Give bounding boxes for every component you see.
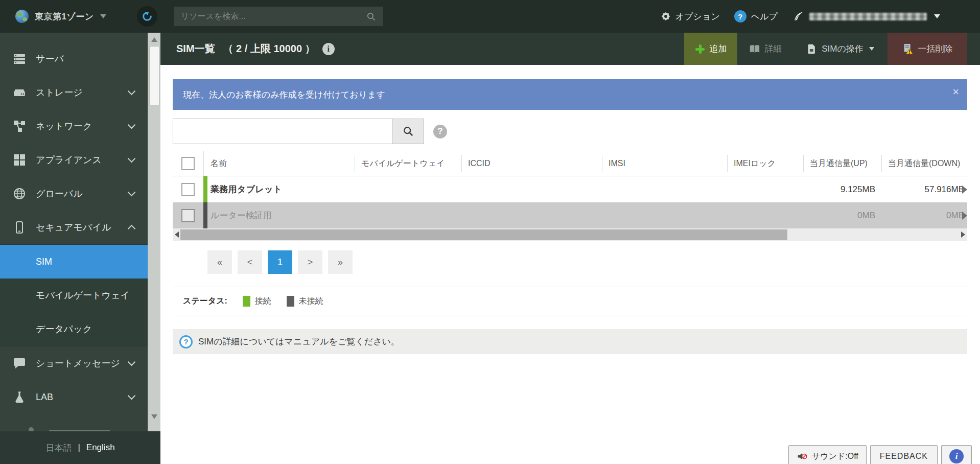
legend-title: ステータス: xyxy=(183,296,227,307)
account-caret-icon[interactable] xyxy=(934,14,940,18)
sidebar-item-server[interactable]: サーバ xyxy=(0,42,148,76)
zone-caret-icon[interactable] xyxy=(100,14,106,18)
gear-icon xyxy=(661,11,671,21)
sidebar-item-label: データパック xyxy=(36,323,92,335)
feedback-button[interactable]: FEEDBACK xyxy=(870,445,938,464)
scrollbar-thumb[interactable] xyxy=(149,46,159,105)
sidebar-item-secure-mobile[interactable]: セキュアモバイル xyxy=(0,211,148,244)
search-help-icon[interactable]: ? xyxy=(433,125,447,138)
scroll-down-arrow-icon[interactable] xyxy=(151,414,157,419)
manual-note-bar: ? SIMの詳細についてはマニュアルをご覧ください。 xyxy=(173,329,967,354)
sidebar-item-data-pack[interactable]: データパック xyxy=(0,312,148,346)
sidebar-scrollbar[interactable] xyxy=(148,33,160,431)
sidebar-item-network[interactable]: ネットワーク xyxy=(0,109,148,143)
bulk-delete-icon xyxy=(902,43,914,55)
sim-name[interactable]: ルーター検証用 xyxy=(207,210,355,221)
scroll-left-arrow-icon[interactable] xyxy=(175,231,179,238)
chevron-down-icon xyxy=(128,121,136,129)
scrollbar-thumb[interactable] xyxy=(180,229,787,240)
help-circle-icon: ? xyxy=(179,335,193,349)
search-icon xyxy=(366,12,376,21)
options-label: オプション xyxy=(675,11,720,22)
column-header-iccid[interactable]: ICCID xyxy=(461,155,602,172)
table-search-button[interactable] xyxy=(392,119,424,144)
page-prev-button[interactable]: < xyxy=(238,250,262,274)
row-edge-arrow-icon xyxy=(962,185,967,194)
add-button[interactable]: 追加 xyxy=(684,33,737,65)
page-number-current[interactable]: 1 xyxy=(268,250,292,274)
notice-text: 現在、法人のお客様のみ作成を受け付けております xyxy=(183,89,385,101)
scroll-right-arrow-icon[interactable] xyxy=(961,231,965,238)
sidebar-item-sim[interactable]: SIM xyxy=(0,245,148,279)
lang-english[interactable]: English xyxy=(86,443,115,453)
sound-toggle-button[interactable]: サウンド:Off xyxy=(788,445,867,464)
sidebar-item-lab[interactable]: LAB xyxy=(0,380,148,414)
options-button[interactable]: オプション xyxy=(661,11,720,22)
resource-count: （ 2 / 上限 10000 ） xyxy=(223,42,315,56)
sidebar-item-label: SIM xyxy=(36,257,52,267)
sim-table: 名前 モバイルゲートウェイ ICCID IMSI IMEIロック 当月通信量(U… xyxy=(173,151,967,241)
detail-button[interactable]: 詳細 xyxy=(737,33,794,65)
globe-icon xyxy=(13,188,31,200)
page-last-button[interactable]: » xyxy=(328,250,353,274)
sidebar-item-global[interactable]: グローバル xyxy=(0,177,148,211)
sidebar-item-label: セキュアモバイル xyxy=(36,221,111,234)
traffic-down-value: 0MB xyxy=(881,211,967,221)
column-header-imsi[interactable]: IMSI xyxy=(602,155,727,172)
feedback-label: FEEDBACK xyxy=(880,452,928,461)
main-panel: SIM一覧 （ 2 / 上限 10000 ） i 追加 詳細 xyxy=(160,33,980,464)
flask-icon xyxy=(13,391,31,403)
speaker-muted-icon xyxy=(797,451,808,461)
account-name-redacted[interactable] xyxy=(809,13,927,20)
refresh-button[interactable] xyxy=(137,6,157,27)
site-info-button[interactable]: i xyxy=(941,445,972,464)
table-row[interactable]: ルーター検証用 0MB 0MB xyxy=(173,202,967,228)
status-swatch-connected xyxy=(243,296,250,307)
chevron-down-icon xyxy=(128,189,136,197)
info-icon[interactable]: i xyxy=(322,43,335,55)
select-all-checkbox[interactable] xyxy=(181,157,195,170)
language-switcher: 日本語 | English xyxy=(0,431,160,464)
bulk-delete-button[interactable]: 一括削除 xyxy=(888,33,967,65)
column-header-imei-lock[interactable]: IMEIロック xyxy=(727,155,803,172)
column-header-traffic-down[interactable]: 当月通信量(DOWN) xyxy=(881,155,967,172)
page-header: SIM一覧 （ 2 / 上限 10000 ） i 追加 詳細 xyxy=(160,33,980,65)
column-header-gateway[interactable]: モバイルゲートウェイ xyxy=(355,155,461,172)
sidebar-item-appliance[interactable]: アプライアンス xyxy=(0,143,148,177)
status-bar-connected xyxy=(203,176,207,202)
column-header-name[interactable]: 名前 xyxy=(207,158,355,169)
topbar-right: オプション ? ヘルプ xyxy=(661,10,980,22)
resource-search-input[interactable] xyxy=(181,12,366,21)
detail-label: 詳細 xyxy=(765,43,782,55)
sidebar-item-label: ストレージ xyxy=(36,86,83,99)
column-header-traffic-up[interactable]: 当月通信量(UP) xyxy=(803,155,881,172)
row-checkbox[interactable] xyxy=(181,209,195,222)
status-swatch-disconnected xyxy=(287,296,294,307)
lang-japanese[interactable]: 日本語 xyxy=(45,442,72,454)
help-button[interactable]: ? ヘルプ xyxy=(734,10,778,22)
sidebar-item-label: サーバ xyxy=(36,53,64,65)
traffic-up-value: 9.125MB xyxy=(803,184,881,195)
page-first-button[interactable]: « xyxy=(207,250,232,274)
table-search-input[interactable] xyxy=(173,119,392,144)
horizontal-scrollbar[interactable] xyxy=(173,228,967,241)
sidebar-item-storage[interactable]: ストレージ xyxy=(0,76,148,109)
row-edge-arrow-icon xyxy=(962,212,967,220)
page-next-button[interactable]: > xyxy=(298,250,322,274)
status-bar-disconnected xyxy=(203,202,207,228)
sim-name[interactable]: 業務用タブレット xyxy=(207,183,355,195)
manual-note-text: SIMの詳細についてはマニュアルをご覧ください。 xyxy=(198,336,400,347)
close-icon[interactable]: × xyxy=(952,86,959,98)
sim-card-icon xyxy=(807,44,817,54)
row-checkbox[interactable] xyxy=(181,183,195,196)
sidebar-item-mobile-gateway[interactable]: モバイルゲートウェイ xyxy=(0,279,148,312)
sidebar-item-partial[interactable] xyxy=(0,414,148,433)
sim-operations-button[interactable]: SIMの操作 xyxy=(794,33,888,65)
table-row[interactable]: 業務用タブレット 9.125MB 57.916MB xyxy=(173,176,967,202)
sidebar-item-label: LAB xyxy=(36,392,53,403)
pagination: « < 1 > » xyxy=(207,250,967,274)
sidebar-item-short-message[interactable]: ショートメッセージ xyxy=(0,346,148,380)
zone-selector[interactable]: 東京第1ゾーン xyxy=(35,11,94,22)
scroll-up-arrow-icon[interactable] xyxy=(151,37,157,42)
notice-banner: 現在、法人のお客様のみ作成を受け付けております × xyxy=(173,79,967,110)
